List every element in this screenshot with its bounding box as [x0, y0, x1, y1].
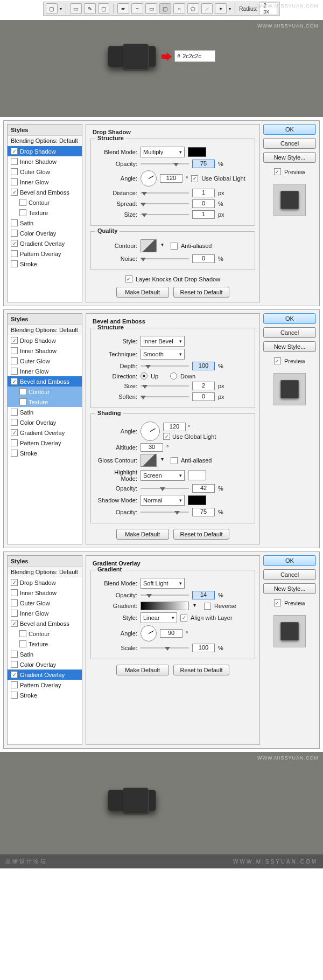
sh-swatch[interactable]: [188, 495, 206, 505]
rect-icon[interactable]: ▭: [145, 3, 157, 14]
layer-style-panel-3: Styles Blending Options: Default Drop Sh…: [3, 551, 320, 749]
contour-picker[interactable]: [141, 239, 157, 252]
footer-bar: 思缘设计论坛 WWW.MISSYUAN.COM: [0, 854, 323, 868]
canvas-preview-1: WWW.MISSYUAN.COM # 2c2c2c: [0, 20, 323, 117]
b-size-slider[interactable]: [141, 383, 189, 389]
style-drop-shadow[interactable]: Drop Shadow: [8, 146, 82, 156]
gloss-contour[interactable]: [141, 454, 157, 467]
watermark: WWW.MISSYUAN.COM: [257, 3, 319, 9]
style-color-overlay[interactable]: Color Overlay: [8, 228, 82, 238]
dir-down-radio[interactable]: [170, 372, 177, 379]
preview-box: [273, 184, 306, 216]
shape-tool-icon[interactable]: ▢: [46, 3, 58, 14]
g-style-dd[interactable]: Linear: [141, 612, 177, 623]
antialias-cb[interactable]: [171, 243, 178, 250]
style-gradient-selected[interactable]: Gradient Overlay: [8, 670, 82, 680]
angle-value[interactable]: 120: [160, 174, 182, 183]
bevel-style-dd[interactable]: Inner Bevel: [141, 336, 185, 347]
reverse-cb[interactable]: [204, 603, 211, 610]
style-bevel[interactable]: Bevel and Emboss: [8, 187, 82, 197]
highlight-dd[interactable]: Screen: [141, 470, 185, 481]
style-pattern-overlay[interactable]: Pattern Overlay: [8, 249, 82, 259]
align-cb[interactable]: [180, 615, 187, 622]
style-inner-shadow[interactable]: Inner Shadow: [8, 156, 82, 167]
new-style-button[interactable]: New Style...: [263, 152, 316, 163]
pen-icon[interactable]: ✒: [117, 3, 129, 14]
checkbox-icon[interactable]: [11, 148, 18, 155]
opacity-value[interactable]: 75: [192, 160, 215, 168]
ok-button[interactable]: OK: [263, 124, 316, 135]
switch-knob: [123, 44, 149, 70]
style-satin[interactable]: Satin: [8, 218, 82, 228]
spread-slider[interactable]: [141, 201, 189, 207]
color-swatch[interactable]: [188, 147, 206, 157]
make-default-button[interactable]: Make Default: [116, 287, 169, 298]
style-contour[interactable]: Contour: [8, 197, 82, 208]
color-hex-field[interactable]: # 2c2c2c: [174, 50, 215, 62]
radius-label: Radius:: [239, 6, 257, 12]
global-light-cb2[interactable]: [163, 433, 170, 440]
switch-slot: [108, 46, 156, 67]
settings-area: Drop Shadow Structure Blend Mode:Multipl…: [86, 124, 260, 302]
depth-slider[interactable]: [141, 363, 189, 369]
mode1-icon[interactable]: ▭: [70, 3, 82, 14]
mode2-icon[interactable]: ✎: [84, 3, 96, 14]
angle-dial[interactable]: [141, 170, 157, 187]
scale-slider[interactable]: [141, 645, 189, 651]
g-blend-dd[interactable]: Soft Light: [141, 578, 185, 589]
style-inner-glow[interactable]: Inner Glow: [8, 177, 82, 187]
distance-slider[interactable]: [141, 190, 189, 196]
reset-default-button[interactable]: Reset to Default: [173, 287, 230, 298]
shading-angle-dial[interactable]: [141, 422, 160, 441]
line-icon[interactable]: ⟋: [201, 3, 213, 14]
dialog-buttons: OK Cancel New Style... Preview: [263, 124, 316, 302]
canvas-preview-2: WWW.MISSYUAN.COM: [0, 752, 323, 854]
g-opacity-slider[interactable]: [141, 592, 189, 598]
style-stroke[interactable]: Stroke: [8, 259, 82, 269]
ellipse-icon[interactable]: ○: [173, 3, 185, 14]
technique-dd[interactable]: Smooth: [141, 349, 185, 360]
options-toolbar: ▢ ▾ ▭ ✎ ▢ ✒ ~ ▭ ▢ ○ ⬠ ⟋ ✦ ▾ Radius: 2 px: [43, 2, 280, 16]
arrow-right-icon: [162, 52, 171, 61]
rounded-rect-icon[interactable]: ▢: [159, 3, 171, 14]
style-gradient-overlay[interactable]: Gradient Overlay: [8, 238, 82, 249]
custom-shape-icon[interactable]: ✦: [215, 3, 227, 14]
style-bevel-selected[interactable]: Bevel and Emboss: [8, 376, 82, 387]
style-texture[interactable]: Texture: [8, 208, 82, 218]
opacity-slider[interactable]: [141, 161, 189, 167]
noise-slider[interactable]: [141, 256, 189, 262]
polygon-icon[interactable]: ⬠: [187, 3, 199, 14]
soften-slider[interactable]: [141, 394, 189, 400]
layer-style-panel-1: Styles Blending Options: Default Drop Sh…: [3, 120, 320, 306]
hi-swatch[interactable]: [188, 471, 206, 480]
preview-cb[interactable]: [274, 168, 281, 175]
blending-options[interactable]: Blending Options: Default: [8, 136, 82, 146]
layer-style-panel-2: Styles Blending Options: Default Drop Sh…: [3, 309, 320, 548]
g-angle-dial[interactable]: [141, 625, 157, 641]
dir-up-radio[interactable]: [141, 372, 148, 379]
styles-list: Styles Blending Options: Default Drop Sh…: [7, 124, 82, 302]
knockout-cb[interactable]: [125, 275, 132, 282]
global-light-cb[interactable]: [191, 175, 198, 182]
style-outer-glow[interactable]: Outer Glow: [8, 167, 82, 177]
freeform-icon[interactable]: ~: [131, 3, 143, 14]
shadow-dd[interactable]: Normal: [141, 495, 185, 506]
blend-mode-dd[interactable]: Multiply: [141, 147, 185, 157]
size-slider[interactable]: [141, 211, 189, 218]
gradient-picker[interactable]: [141, 602, 189, 610]
mode3-icon[interactable]: ▢: [98, 3, 110, 14]
cancel-button[interactable]: Cancel: [263, 138, 316, 149]
